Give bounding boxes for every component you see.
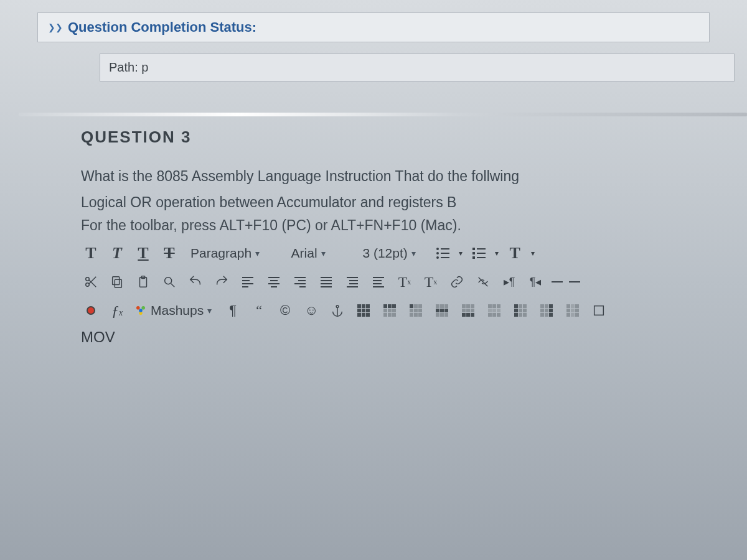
align-left-icon bbox=[242, 277, 253, 287]
ltr-button[interactable]: ▸¶ bbox=[499, 272, 519, 292]
copy-icon bbox=[110, 275, 124, 289]
insert-table-button[interactable] bbox=[354, 301, 374, 320]
insert-link-button[interactable] bbox=[447, 272, 467, 292]
record-icon bbox=[87, 306, 95, 315]
mashups-label: Mashups bbox=[151, 303, 204, 318]
copy-button[interactable] bbox=[107, 272, 127, 292]
numbered-list-icon bbox=[472, 248, 486, 259]
redo-icon bbox=[215, 275, 228, 289]
align-right-button[interactable] bbox=[290, 272, 310, 292]
indent-button[interactable] bbox=[369, 272, 388, 292]
chevron-down-icon[interactable]: ▾ bbox=[459, 249, 463, 258]
italic-button[interactable]: T bbox=[107, 243, 127, 263]
bullet-list-icon bbox=[436, 248, 449, 259]
align-right-icon bbox=[294, 277, 306, 287]
text-color-button[interactable]: T bbox=[505, 243, 525, 263]
copyright-symbol-button[interactable]: © bbox=[275, 301, 295, 320]
question-line-1: What is the 8085 Assembly Language Instr… bbox=[81, 166, 741, 188]
cut-button[interactable] bbox=[81, 272, 101, 292]
align-center-icon bbox=[268, 277, 280, 287]
delete-row-icon bbox=[488, 304, 500, 317]
numbered-list-button[interactable] bbox=[469, 243, 489, 263]
indent-icon bbox=[373, 277, 384, 287]
path-value: p bbox=[141, 60, 148, 74]
table-cell-icon bbox=[410, 304, 422, 317]
find-button[interactable] bbox=[159, 272, 179, 292]
rtl-button[interactable]: ¶◂ bbox=[525, 272, 545, 292]
align-justify-icon bbox=[321, 277, 332, 287]
remove-link-button[interactable] bbox=[473, 272, 493, 292]
underline-button[interactable]: T bbox=[133, 243, 153, 263]
toolbar-row-3: ƒx Mashups ▾ ¶ “ © ☺ bbox=[81, 299, 741, 322]
font-size-label: 3 (12pt) bbox=[362, 246, 407, 261]
chevron-down-icon: ❯❯ bbox=[48, 22, 63, 32]
insert-row-before-button[interactable] bbox=[432, 301, 452, 320]
unlink-icon bbox=[476, 275, 490, 289]
toolbar-row-2: Tx Tx ▸¶ ¶◂ bbox=[81, 270, 741, 294]
emoticon-button[interactable]: ☺ bbox=[301, 301, 321, 320]
svg-rect-13 bbox=[594, 306, 604, 315]
outdent-button[interactable] bbox=[342, 272, 362, 292]
svg-point-11 bbox=[336, 306, 339, 308]
superscript-button[interactable]: Tx bbox=[395, 272, 415, 292]
chevron-down-icon: ▾ bbox=[255, 248, 260, 258]
align-left-button[interactable] bbox=[238, 272, 258, 292]
align-justify-button[interactable] bbox=[316, 272, 336, 292]
col-before-icon bbox=[514, 304, 527, 317]
font-size-select[interactable]: 3 (12pt) ▾ bbox=[352, 243, 426, 263]
row-before-icon bbox=[436, 304, 448, 317]
outdent-icon bbox=[347, 277, 358, 287]
chevron-down-icon[interactable]: ▾ bbox=[531, 249, 535, 258]
chevron-down-icon[interactable]: ▾ bbox=[495, 249, 499, 258]
search-icon bbox=[162, 275, 176, 289]
delete-col-icon bbox=[566, 304, 579, 317]
mashups-select[interactable]: Mashups ▾ bbox=[133, 301, 217, 320]
table-row-props-button[interactable] bbox=[380, 301, 400, 320]
redo-button[interactable] bbox=[212, 272, 232, 292]
insert-col-after-button[interactable] bbox=[537, 301, 557, 320]
table-row-icon bbox=[383, 304, 396, 317]
horizontal-rule-button[interactable] bbox=[552, 281, 563, 282]
editor-path-bar: Path: p bbox=[100, 54, 735, 82]
svg-rect-4 bbox=[115, 280, 121, 288]
record-media-button[interactable] bbox=[81, 301, 101, 320]
scissors-icon bbox=[84, 275, 98, 289]
completion-status-bar[interactable]: ❯❯ Question Completion Status: bbox=[37, 12, 710, 42]
col-after-icon bbox=[540, 304, 553, 317]
bullet-list-button[interactable] bbox=[433, 243, 453, 263]
delete-table-button[interactable] bbox=[589, 301, 609, 320]
row-after-icon bbox=[462, 304, 474, 317]
svg-rect-5 bbox=[113, 277, 120, 285]
link-icon bbox=[450, 275, 464, 289]
strikethrough-button[interactable]: T bbox=[159, 243, 179, 263]
blockquote-button[interactable]: “ bbox=[249, 301, 269, 320]
insert-row-after-button[interactable] bbox=[458, 301, 478, 320]
section-divider bbox=[19, 113, 747, 116]
bold-button[interactable]: T bbox=[81, 243, 101, 263]
font-family-label: Arial bbox=[291, 246, 317, 261]
undo-button[interactable] bbox=[186, 272, 205, 292]
formula-button[interactable]: ƒx bbox=[107, 301, 127, 320]
svg-line-10 bbox=[479, 278, 488, 287]
format-select[interactable]: Paragraph ▾ bbox=[186, 243, 265, 263]
chevron-down-icon: ▾ bbox=[207, 306, 212, 315]
toolbar-row-1: T T T T Paragraph ▾ Arial ▾ 3 (12pt) ▾ bbox=[81, 241, 741, 265]
subscript-button[interactable]: Tx bbox=[421, 272, 441, 292]
paste-button[interactable] bbox=[133, 272, 153, 292]
delete-row-button[interactable] bbox=[484, 301, 504, 320]
fx-icon: ƒx bbox=[111, 302, 123, 319]
mashups-icon bbox=[139, 309, 143, 312]
insert-col-before-button[interactable] bbox=[510, 301, 530, 320]
answer-text-area[interactable]: MOV bbox=[81, 329, 741, 346]
anchor-button[interactable] bbox=[327, 301, 347, 320]
delete-col-button[interactable] bbox=[563, 301, 583, 320]
show-nonprinting-button[interactable]: ¶ bbox=[223, 301, 243, 320]
table-cell-props-button[interactable] bbox=[406, 301, 426, 320]
font-family-select[interactable]: Arial ▾ bbox=[271, 243, 345, 263]
align-center-button[interactable] bbox=[264, 272, 284, 292]
question-line-2: Logical OR operation between Accumulator… bbox=[81, 192, 741, 214]
long-dash-button[interactable] bbox=[569, 281, 580, 282]
svg-point-8 bbox=[165, 278, 172, 284]
question-title: QUESTION 3 bbox=[81, 128, 741, 147]
format-select-label: Paragraph bbox=[190, 246, 251, 261]
